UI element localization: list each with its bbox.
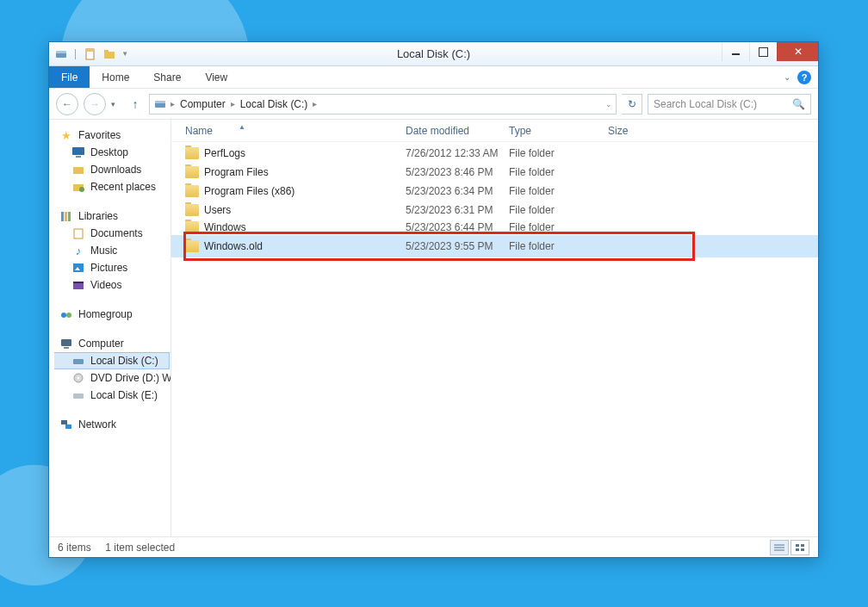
- sidebar-item-desktop[interactable]: Desktop: [54, 144, 170, 161]
- sidebar-homegroup[interactable]: Homegroup: [54, 306, 170, 323]
- sidebar-label: DVD Drive (D:) W8_X: [90, 372, 171, 384]
- breadcrumb-computer[interactable]: Computer: [178, 98, 227, 110]
- svg-rect-23: [61, 339, 71, 346]
- file-row[interactable]: Users 5/23/2023 6:31 PM File folder: [171, 201, 818, 220]
- file-row[interactable]: Program Files (x86) 5/23/2023 6:34 PM Fi…: [171, 182, 818, 201]
- back-button[interactable]: ←: [56, 93, 78, 115]
- col-header-date[interactable]: Date modified: [406, 125, 509, 137]
- star-icon: ★: [59, 128, 73, 142]
- breadcrumb-sep[interactable]: ▸: [231, 99, 235, 108]
- history-dropdown-icon[interactable]: ▾: [111, 100, 121, 108]
- ribbon-tabs: File Home Share View ⌄ ?: [49, 66, 818, 89]
- explorer-body: ★ Favorites Desktop Downloads: [49, 120, 818, 536]
- sidebar-item-downloads[interactable]: Downloads: [54, 161, 170, 178]
- sidebar-computer[interactable]: Computer: [54, 335, 170, 352]
- recent-icon: [71, 180, 85, 194]
- svg-rect-3: [86, 49, 94, 52]
- svg-rect-29: [61, 420, 67, 424]
- titlebar: │ ▼ Local Disk (C:): [49, 42, 818, 66]
- col-header-size[interactable]: Size: [608, 125, 668, 137]
- col-header-name[interactable]: Name▲: [185, 125, 406, 137]
- qat-dropdown-icon[interactable]: ▼: [121, 50, 128, 58]
- svg-rect-37: [801, 548, 804, 551]
- file-name: Program Files (x86): [204, 185, 294, 197]
- new-folder-icon[interactable]: [102, 47, 116, 61]
- sidebar-item-local-disk-e[interactable]: Local Disk (E:): [54, 387, 170, 404]
- breadcrumb-sep[interactable]: ▸: [170, 99, 175, 108]
- sidebar-item-dvd-drive[interactable]: DVD Drive (D:) W8_X: [54, 369, 170, 387]
- tab-view[interactable]: View: [193, 66, 239, 88]
- file-row-selected[interactable]: Windows.old 5/23/2023 9:55 PM File folde…: [171, 235, 818, 257]
- details-view-button[interactable]: [770, 540, 789, 555]
- svg-rect-34: [796, 544, 799, 547]
- videos-icon: [71, 278, 85, 292]
- svg-rect-17: [73, 263, 84, 272]
- svg-rect-1: [56, 51, 66, 53]
- file-name: Users: [204, 204, 231, 216]
- sidebar-item-videos[interactable]: Videos: [54, 276, 170, 294]
- file-type: File folder: [509, 185, 608, 197]
- tab-share[interactable]: Share: [141, 66, 193, 88]
- search-box[interactable]: Search Local Disk (C:) 🔍: [648, 94, 811, 115]
- file-date: 5/23/2023 8:46 PM: [406, 166, 509, 178]
- svg-rect-28: [73, 393, 84, 399]
- sidebar-label: Local Disk (E:): [90, 389, 158, 401]
- tab-home[interactable]: Home: [90, 66, 141, 88]
- sidebar-label: Videos: [90, 279, 121, 291]
- sidebar-label: Computer: [78, 338, 124, 350]
- sidebar-label: Local Disk (C:): [90, 355, 158, 367]
- file-type: File folder: [509, 240, 608, 252]
- close-button[interactable]: [777, 42, 818, 61]
- sidebar-item-music[interactable]: ♪ Music: [54, 242, 170, 259]
- drive-icon: [71, 354, 85, 368]
- col-header-type[interactable]: Type: [509, 125, 608, 137]
- file-date: 5/23/2023 6:31 PM: [406, 204, 509, 216]
- file-date: 7/26/2012 12:33 AM: [406, 147, 509, 159]
- properties-icon[interactable]: [84, 47, 97, 61]
- search-icon: 🔍: [792, 98, 805, 110]
- sidebar-label: Pictures: [90, 262, 127, 274]
- forward-button[interactable]: →: [84, 93, 106, 115]
- maximize-button[interactable]: [749, 42, 777, 61]
- up-button[interactable]: ↑: [127, 96, 144, 113]
- sidebar-item-recent[interactable]: Recent places: [54, 178, 170, 195]
- network-icon: [59, 418, 73, 431]
- file-row[interactable]: PerfLogs 7/26/2012 12:33 AM File folder: [171, 144, 818, 163]
- folder-icon: [185, 166, 199, 178]
- libraries-icon: [59, 209, 73, 223]
- sidebar-item-pictures[interactable]: Pictures: [54, 259, 170, 276]
- tab-file[interactable]: File: [49, 66, 90, 88]
- svg-point-12: [79, 187, 84, 192]
- sidebar-label: Desktop: [90, 146, 128, 158]
- svg-rect-20: [73, 282, 84, 283]
- address-dropdown-icon[interactable]: ⌄: [605, 100, 612, 108]
- window-title: Local Disk (C:): [49, 47, 818, 60]
- refresh-button[interactable]: ↻: [622, 94, 642, 115]
- svg-rect-35: [801, 544, 804, 547]
- file-row[interactable]: Program Files 5/23/2023 8:46 PM File fol…: [171, 163, 818, 182]
- sidebar-label: Documents: [90, 227, 143, 239]
- breadcrumb-sep[interactable]: ▸: [313, 99, 317, 108]
- ribbon-expand-icon[interactable]: ⌄: [784, 72, 790, 82]
- svg-rect-16: [74, 229, 83, 238]
- breadcrumb-local-disk[interactable]: Local Disk (C:): [239, 98, 310, 110]
- address-bar[interactable]: ▸ Computer ▸ Local Disk (C:) ▸ ⌄: [149, 94, 617, 115]
- sidebar-favorites[interactable]: ★ Favorites: [54, 127, 170, 144]
- music-icon: ♪: [71, 244, 85, 257]
- nav-pane: ★ Favorites Desktop Downloads: [49, 120, 171, 536]
- drive-icon: [153, 97, 167, 111]
- sidebar-item-documents[interactable]: Documents: [54, 225, 170, 242]
- help-icon[interactable]: ?: [797, 71, 811, 84]
- folder-icon: [185, 204, 199, 216]
- file-type: File folder: [509, 166, 608, 178]
- icons-view-button[interactable]: [790, 540, 809, 555]
- sidebar-network[interactable]: Network: [54, 416, 170, 433]
- folder-icon: [185, 147, 199, 159]
- sidebar-libraries[interactable]: Libraries: [54, 207, 170, 225]
- minimize-button[interactable]: [722, 42, 749, 61]
- dvd-icon: [71, 371, 85, 385]
- status-item-count: 6 items: [58, 542, 91, 554]
- file-row[interactable]: Windows 5/23/2023 6:44 PM File folder: [171, 220, 818, 235]
- sidebar-item-local-disk-c[interactable]: Local Disk (C:): [54, 352, 170, 369]
- pictures-icon: [71, 261, 85, 275]
